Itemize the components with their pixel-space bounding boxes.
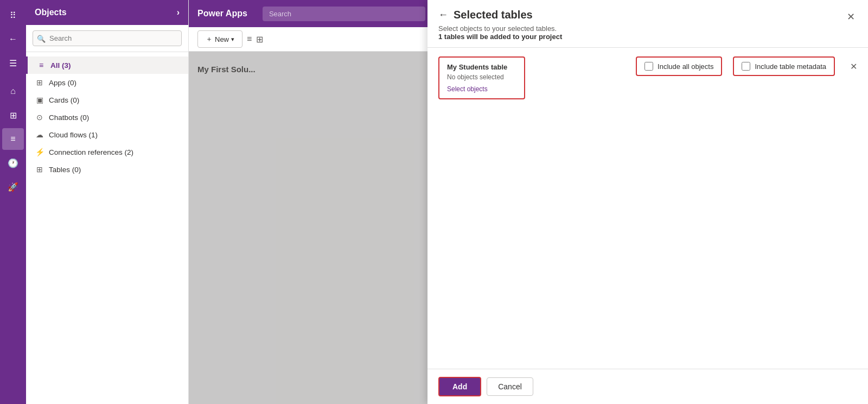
table-card-title: My Students table (447, 63, 516, 71)
back-icon[interactable]: ← (2, 28, 24, 50)
solutions-icon[interactable]: ≡ (2, 128, 24, 150)
collapse-sidebar-icon[interactable]: › (177, 8, 180, 17)
sidebar-item-all-label: All (3) (50, 61, 71, 70)
table-item-row: My Students table No objects selected Se… (438, 56, 857, 99)
cancel-button[interactable]: Cancel (487, 377, 533, 396)
sidebar-item-apps[interactable]: ⊞ Apps (0) (26, 74, 188, 91)
chevron-down-icon: ▾ (231, 36, 234, 43)
panel-body: My Students table No objects selected Se… (427, 48, 868, 369)
sidebar-title: Objects (35, 8, 67, 17)
panel-back-icon[interactable]: ← (438, 9, 448, 21)
all-icon: ≡ (36, 61, 46, 70)
sidebar-item-connection-references[interactable]: ⚡ Connection references (2) (26, 143, 188, 161)
sidebar-header: Objects › (26, 0, 188, 25)
table-card-no-objects: No objects selected (447, 73, 516, 81)
selected-tables-panel: ← Selected tables Select objects to your… (427, 0, 868, 404)
left-icon-nav: ⠿ ← ☰ ⌂ ⊞ ≡ 🕐 🚀 (0, 0, 26, 404)
add-button[interactable]: Add (438, 377, 481, 396)
cancel-button-label: Cancel (498, 382, 522, 391)
sidebar-search-container: 🔍 (26, 25, 188, 52)
waffle-icon[interactable]: ⠿ (2, 4, 24, 26)
include-table-metadata-label: Include table metadata (755, 62, 826, 71)
checkboxes-row: Include all objects Include table metada… (636, 56, 857, 76)
menu-icon[interactable]: ☰ (2, 52, 24, 74)
toolbar-search-input[interactable] (263, 7, 425, 21)
include-table-metadata-checkbox-container[interactable]: Include table metadata (733, 56, 835, 76)
add-button-label: Add (452, 382, 467, 391)
grid-view-icon[interactable]: ⊞ (256, 34, 263, 45)
new-button[interactable]: ＋ New ▾ (197, 30, 242, 48)
list-view-icon[interactable]: ≡ (247, 34, 252, 44)
plus-icon: ＋ (206, 34, 213, 44)
apps-icon[interactable]: ⊞ (2, 104, 24, 126)
cards-item-icon: ▣ (35, 96, 44, 104)
search-input[interactable] (33, 30, 182, 46)
apps-item-icon: ⊞ (35, 78, 44, 87)
include-all-objects-label: Include all objects (658, 62, 713, 71)
include-all-objects-checkbox-container[interactable]: Include all objects (636, 56, 722, 76)
include-table-metadata-checkbox[interactable] (742, 62, 750, 71)
table-card[interactable]: My Students table No objects selected Se… (438, 56, 525, 99)
sidebar-item-chatbots[interactable]: ⊙ Chatbots (0) (26, 109, 188, 126)
new-button-label: New (215, 35, 229, 43)
panel-footer: Add Cancel (427, 369, 868, 404)
sidebar-item-tables[interactable]: ⊞ Tables (0) (26, 161, 188, 178)
panel-subtitle: Select objects to your selected tables. … (438, 24, 562, 41)
panel-subtitle-bold: 1 tables will be added to your project (438, 33, 562, 41)
sidebar-item-all[interactable]: ≡ All (3) (26, 56, 188, 74)
sidebar-item-connection-refs-label: Connection references (2) (49, 148, 133, 156)
search-icon: 🔍 (37, 34, 46, 42)
tables-item-icon: ⊞ (35, 165, 44, 174)
panel-header: ← Selected tables Select objects to your… (427, 0, 868, 48)
sidebar-item-tables-label: Tables (0) (49, 166, 81, 174)
sidebar-item-cards[interactable]: ▣ Cards (0) (26, 91, 188, 109)
cloud-flows-item-icon: ☁ (35, 130, 44, 139)
main-content-area: Power Apps ＋ New ▾ ≡ ⊞ My First Solu... … (189, 0, 868, 404)
home-icon[interactable]: ⌂ (2, 80, 24, 102)
sidebar-item-cards-label: Cards (0) (49, 96, 79, 104)
row-close-icon[interactable]: ✕ (850, 61, 857, 72)
sidebar-item-cloud-flows[interactable]: ☁ Cloud flows (1) (26, 126, 188, 143)
history-icon[interactable]: 🕐 (2, 152, 24, 174)
sidebar-item-cloud-flows-label: Cloud flows (1) (49, 131, 98, 139)
chatbots-item-icon: ⊙ (35, 113, 44, 122)
include-all-objects-checkbox[interactable] (644, 62, 653, 71)
panel-title: Selected tables (454, 9, 533, 21)
sidebar-item-apps-label: Apps (0) (49, 79, 76, 87)
sidebar: Objects › 🔍 ≡ All (3) ⊞ Apps (0) ▣ Cards… (26, 0, 189, 404)
sidebar-item-chatbots-label: Chatbots (0) (49, 113, 89, 122)
connection-refs-item-icon: ⚡ (35, 148, 44, 156)
select-objects-link[interactable]: Select objects (447, 85, 488, 93)
app-title: Power Apps (197, 9, 256, 18)
panel-close-icon[interactable]: ✕ (845, 9, 857, 25)
rocket-icon[interactable]: 🚀 (2, 176, 24, 198)
sidebar-list: ≡ All (3) ⊞ Apps (0) ▣ Cards (0) ⊙ Chatb… (26, 52, 188, 182)
